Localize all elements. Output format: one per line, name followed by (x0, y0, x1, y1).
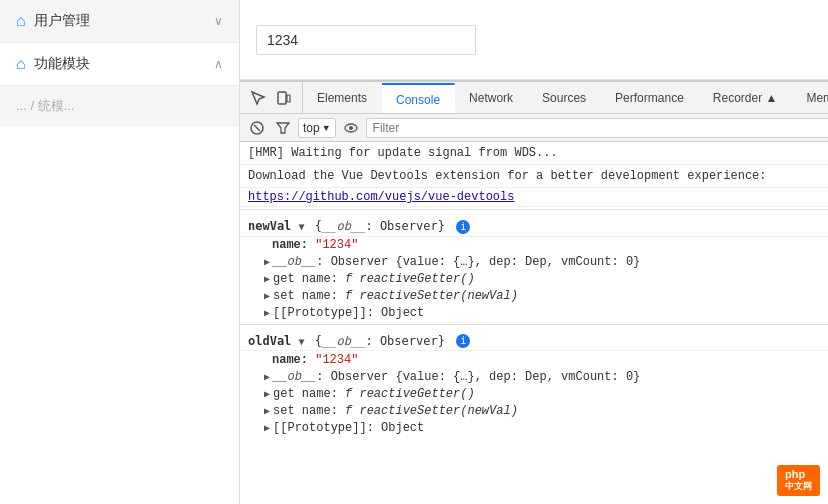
oldval-proto-triangle: ▶ (264, 422, 270, 434)
sidebar-placeholder: ... / 统模... (0, 86, 239, 126)
console-link-line[interactable]: https://github.com/vuejs/vue-devtools (240, 188, 828, 207)
sidebar-item-user-mgmt[interactable]: ⌂ 用户管理 ∨ (0, 0, 239, 43)
section-divider-1 (240, 209, 828, 215)
oldval-ob-triangle: ▶ (264, 371, 270, 383)
input-area (240, 0, 828, 80)
oldval-info-icon: i (456, 334, 470, 348)
info-icon: i (456, 220, 470, 234)
console-toolbar: top ▼ (240, 114, 828, 142)
collapse-triangle: ▶ (264, 256, 270, 268)
home-icon-2: ⌂ (16, 55, 26, 73)
oldval-set-prop[interactable]: ▶ set name: f reactiveSetter(newVal) (240, 402, 828, 419)
newval-set-prop[interactable]: ▶ set name: f reactiveSetter(newVal) (240, 288, 828, 305)
expand-triangle[interactable]: ▼ (299, 221, 305, 232)
oldval-header-line: oldVal ▼ {__ob__: Observer} i (240, 332, 828, 352)
php-badge: php 中文网 (777, 465, 820, 496)
devtools-link[interactable]: https://github.com/vuejs/vue-devtools (248, 190, 514, 204)
oldval-name-prop: name: "1234" (240, 351, 828, 368)
newval-type: {__ob__: Observer} (315, 219, 445, 233)
newval-name-prop: name: "1234" (240, 237, 828, 254)
console-filter-input[interactable] (366, 118, 828, 138)
tab-console[interactable]: Console (382, 83, 455, 114)
console-info-line: Download the Vue Devtools extension for … (240, 165, 828, 188)
newval-label: newVal (248, 219, 299, 233)
newval-get-prop[interactable]: ▶ get name: f reactiveGetter() (240, 271, 828, 288)
sidebar: ⌂ 用户管理 ∨ ⌂ 功能模块 ∧ ... / 统模... (0, 0, 240, 504)
devtools-icon-group (240, 82, 303, 113)
oldval-type: {__ob__: Observer} (315, 334, 445, 348)
svg-point-6 (349, 126, 353, 130)
inspect-icon[interactable] (248, 88, 268, 108)
svg-marker-4 (277, 123, 289, 133)
proto-triangle: ▶ (264, 307, 270, 319)
console-hmr-line: [HMR] Waiting for update signal from WDS… (240, 142, 828, 165)
context-selector[interactable]: top ▼ (298, 118, 336, 138)
device-icon[interactable] (274, 88, 294, 108)
home-icon: ⌂ (16, 12, 26, 30)
oldval-set-triangle: ▶ (264, 405, 270, 417)
sidebar-item-label: 用户管理 (34, 12, 206, 30)
devtools-tabs: Elements Console Network Sources Perform… (240, 82, 828, 114)
get-triangle: ▶ (264, 273, 270, 285)
sidebar-item-func-module[interactable]: ⌂ 功能模块 ∧ (0, 43, 239, 86)
chevron-down-icon: ∨ (214, 14, 223, 28)
oldval-label: oldVal (248, 334, 299, 348)
filter-icon[interactable] (272, 117, 294, 139)
tab-performance[interactable]: Performance (601, 82, 699, 113)
svg-line-3 (254, 125, 260, 131)
devtools-panel: Elements Console Network Sources Perform… (240, 80, 828, 504)
set-triangle: ▶ (264, 290, 270, 302)
main-input[interactable] (256, 25, 476, 55)
newval-proto-prop[interactable]: ▶ [[Prototype]]: Object (240, 305, 828, 322)
chevron-up-icon: ∧ (214, 57, 223, 71)
tab-elements[interactable]: Elements (303, 82, 382, 113)
tab-memory[interactable]: Memory (792, 82, 828, 113)
svg-rect-1 (287, 95, 290, 102)
svg-rect-0 (278, 92, 286, 104)
eye-icon[interactable] (340, 117, 362, 139)
tab-sources[interactable]: Sources (528, 82, 601, 113)
sidebar-item-label-2: 功能模块 (34, 55, 206, 73)
dropdown-arrow-icon: ▼ (322, 123, 331, 133)
newval-ob-prop[interactable]: ▶ __ob__ : Observer {value: {…}, dep: De… (240, 254, 828, 271)
tab-recorder[interactable]: Recorder ▲ (699, 82, 793, 113)
tab-network[interactable]: Network (455, 82, 528, 113)
console-output: [HMR] Waiting for update signal from WDS… (240, 142, 828, 504)
oldval-get-triangle: ▶ (264, 388, 270, 400)
oldval-get-prop[interactable]: ▶ get name: f reactiveGetter() (240, 385, 828, 402)
main-content: Elements Console Network Sources Perform… (240, 0, 828, 504)
oldval-expand-triangle[interactable]: ▼ (299, 336, 305, 347)
clear-console-btn[interactable] (246, 117, 268, 139)
oldval-ob-prop[interactable]: ▶ __ob__ : Observer {value: {…}, dep: De… (240, 368, 828, 385)
section-divider-2 (240, 324, 828, 330)
oldval-proto-prop[interactable]: ▶ [[Prototype]]: Object (240, 419, 828, 436)
newval-header-line: newVal ▼ {__ob__: Observer} i (240, 217, 828, 237)
